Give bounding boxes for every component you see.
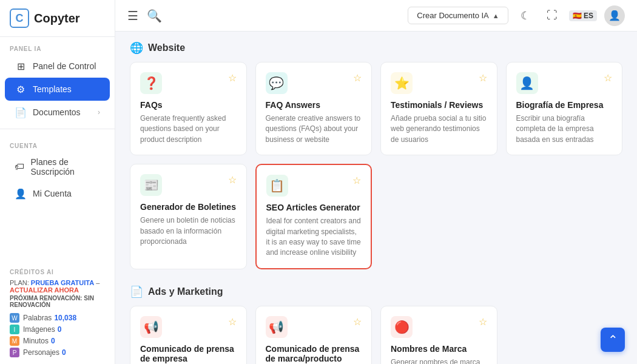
sidebar-item-templates[interactable]: ⚙ Templates bbox=[5, 78, 110, 101]
card-faqs[interactable]: ❓ ☆ FAQs Generate frequently asked quest… bbox=[130, 62, 247, 155]
card-nombres-marca[interactable]: 🔴 ☆ Nombres de Marca Generar nombres de … bbox=[380, 306, 497, 364]
website-cards-row1: ❓ ☆ FAQs Generate frequently asked quest… bbox=[130, 62, 622, 155]
user-icon: 👤 bbox=[15, 187, 27, 200]
renov-text: PRÓXIMA RENOVACIÓN: SIN RENOVACIÓN bbox=[10, 295, 105, 308]
topbar-right: Crear Documento IA ▲ ☾ ⛶ 🇪🇸 ES 👤 bbox=[408, 5, 625, 26]
credit-personajes: P Personajes 0 bbox=[10, 348, 105, 357]
cuenta-label: CUENTA bbox=[0, 134, 115, 152]
chevron-down-icon: ▲ bbox=[493, 12, 499, 19]
dark-mode-button[interactable]: ☾ bbox=[516, 6, 535, 25]
star-button-faqs[interactable]: ☆ bbox=[228, 72, 237, 84]
card-top: 🔴 ☆ bbox=[391, 316, 487, 338]
expand-icon: ⛶ bbox=[547, 9, 558, 22]
topbar: ☰ 🔍 Crear Documento IA ▲ ☾ ⛶ 🇪🇸 ES 👤 bbox=[115, 0, 637, 32]
clipboard-icon: 📋 bbox=[269, 178, 285, 193]
card-title-nombres-marca: Nombres de Marca bbox=[391, 344, 487, 354]
card-boletines[interactable]: 📰 ☆ Generador de Boletines Genere un bol… bbox=[130, 164, 247, 269]
menu-icon[interactable]: ☰ bbox=[127, 8, 138, 23]
sidebar-item-label: Templates bbox=[33, 84, 72, 94]
sidebar-divider bbox=[0, 129, 115, 129]
crear-documento-button[interactable]: Crear Documento IA ▲ bbox=[408, 7, 508, 24]
star-button-comunicado-empresa[interactable]: ☆ bbox=[228, 316, 237, 328]
question-icon: ❓ bbox=[144, 76, 159, 90]
credit-value: 0 bbox=[51, 337, 55, 345]
star-button-boletines[interactable]: ☆ bbox=[228, 174, 237, 186]
credits-section: CRÉDITOS AI PLAN: PRUEBA GRATUITA – ACTU… bbox=[0, 261, 115, 364]
credit-value: 0 bbox=[58, 325, 62, 334]
ads-cards-row1: 📢 ☆ Comunicado de prensa de empresa Reda… bbox=[130, 306, 622, 364]
logo-icon: C bbox=[10, 8, 29, 28]
star-icon: ⭐ bbox=[394, 76, 410, 90]
gear-icon: ⚙ bbox=[15, 83, 27, 95]
imagenes-icon: I bbox=[10, 325, 19, 334]
credit-label: Minutos bbox=[23, 337, 49, 345]
star-button-testimonials[interactable]: ☆ bbox=[479, 72, 487, 84]
credit-label: Personajes bbox=[23, 348, 59, 357]
card-desc-faqs: Generate frequently asked questions base… bbox=[140, 113, 237, 145]
grid-icon: ⊞ bbox=[15, 60, 27, 72]
card-comunicado-empresa[interactable]: 📢 ☆ Comunicado de prensa de empresa Reda… bbox=[130, 306, 247, 364]
credit-minutos: M Minutos 0 bbox=[10, 336, 105, 346]
palabras-icon: W bbox=[10, 313, 19, 323]
avatar[interactable]: 👤 bbox=[604, 5, 625, 26]
star-button-faq-answers[interactable]: ☆ bbox=[353, 72, 362, 84]
card-icon-nombres-marca: 🔴 bbox=[391, 316, 413, 338]
card-title-comunicado-marca: Comunicado de prensa de marca/producto bbox=[266, 344, 362, 363]
crear-label: Crear Documento IA bbox=[417, 11, 489, 20]
card-icon-boletines: 📰 bbox=[140, 174, 162, 196]
card-title-faq-answers: FAQ Answers bbox=[266, 100, 362, 110]
card-desc-seo: Ideal for content creators and digital m… bbox=[266, 216, 362, 258]
sidebar-item-label: Planes de Suscripción bbox=[31, 157, 100, 177]
card-testimonials[interactable]: ⭐ ☆ Testimonials / Reviews Añade prueba … bbox=[380, 62, 497, 155]
card-seo-articles[interactable]: 📋 ☆ SEO Articles Generator Ideal for con… bbox=[255, 164, 372, 269]
sidebar-item-documentos[interactable]: 📄 Documentos › bbox=[5, 101, 110, 124]
card-top: ❓ ☆ bbox=[140, 72, 237, 94]
card-faq-answers[interactable]: 💬 ☆ FAQ Answers Generate creative answer… bbox=[255, 62, 372, 155]
card-comunicado-marca[interactable]: 📢 ☆ Comunicado de prensa de marca/produc… bbox=[255, 306, 372, 364]
card-title-seo: SEO Articles Generator bbox=[266, 203, 362, 212]
card-title-boletines: Generador de Boletines bbox=[140, 202, 237, 212]
card-icon-comunicado-empresa: 📢 bbox=[140, 316, 162, 338]
card-top: 📋 ☆ bbox=[266, 175, 362, 197]
card-icon-faq-answers: 💬 bbox=[266, 72, 288, 94]
language-selector[interactable]: 🇪🇸 ES bbox=[569, 10, 597, 21]
credits-label: CRÉDITOS AI bbox=[10, 269, 105, 275]
card-biografia[interactable]: 👤 ☆ Biografía de Empresa Escribir una bi… bbox=[506, 62, 623, 155]
ads-section-header: 📄 Ads y Marketing bbox=[130, 275, 622, 306]
card-top: 📰 ☆ bbox=[140, 174, 237, 196]
card-icon-comunicado-marca: 📢 bbox=[266, 316, 288, 338]
card-top: 💬 ☆ bbox=[266, 72, 362, 94]
minutos-icon: M bbox=[10, 336, 19, 346]
moon-icon: ☾ bbox=[521, 9, 530, 22]
chevron-right-icon: › bbox=[98, 108, 100, 116]
credit-label: Palabras bbox=[23, 314, 52, 322]
card-title-biografia: Biografía de Empresa bbox=[516, 100, 613, 110]
content-area: 🌐 Website ❓ ☆ FAQs Generate frequently a… bbox=[115, 32, 637, 364]
sidebar-item-label: Mi Cuenta bbox=[33, 189, 72, 198]
plan-upgrade-link[interactable]: ACTUALIZAR AHORA bbox=[10, 286, 79, 294]
scroll-to-top-button[interactable]: ⌃ bbox=[601, 328, 625, 352]
card-icon-faqs: ❓ bbox=[140, 72, 162, 94]
star-button-seo[interactable]: ☆ bbox=[352, 175, 361, 186]
plan-dash: – bbox=[96, 279, 99, 286]
ads-icon: 📄 bbox=[130, 285, 143, 298]
card-desc-boletines: Genere un boletín de noticias basado en … bbox=[140, 215, 237, 247]
sidebar: C Copyter PANEL IA ⊞ Panel de Control ⚙ … bbox=[0, 0, 115, 364]
star-button-biografia[interactable]: ☆ bbox=[604, 72, 612, 84]
star-button-comunicado-marca[interactable]: ☆ bbox=[353, 316, 362, 328]
star-button-nombres-marca[interactable]: ☆ bbox=[479, 316, 487, 328]
card-icon-seo: 📋 bbox=[266, 175, 288, 197]
expand-button[interactable]: ⛶ bbox=[542, 6, 562, 25]
megaphone2-icon: 📢 bbox=[269, 320, 284, 334]
sidebar-item-planes[interactable]: 🏷 Planes de Suscripción bbox=[5, 152, 110, 182]
sidebar-item-panel-control[interactable]: ⊞ Panel de Control bbox=[5, 55, 110, 78]
sidebar-item-micuenta[interactable]: 👤 Mi Cuenta bbox=[5, 182, 110, 205]
plan-label: PLAN: bbox=[10, 279, 29, 286]
card-top: 👤 ☆ bbox=[516, 72, 613, 94]
search-icon[interactable]: 🔍 bbox=[147, 8, 162, 23]
plan-name: PRUEBA GRATUITA bbox=[31, 279, 94, 286]
megaphone-icon: 📢 bbox=[144, 320, 159, 334]
document-icon: 📄 bbox=[15, 106, 27, 118]
website-section-header: 🌐 Website bbox=[130, 32, 622, 62]
avatar-icon: 👤 bbox=[608, 10, 621, 21]
